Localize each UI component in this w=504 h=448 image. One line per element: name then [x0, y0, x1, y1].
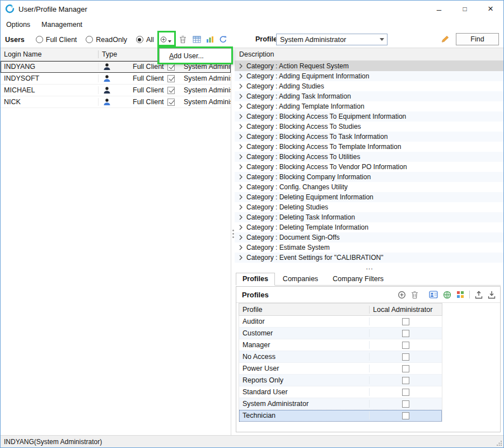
- web-globe-button[interactable]: [443, 291, 451, 299]
- description-item[interactable]: Category : Blocking Access To Task Infor…: [235, 132, 504, 142]
- description-item[interactable]: Category : Blocking Access To Vendor PO …: [235, 162, 504, 172]
- apps-grid-button[interactable]: [456, 291, 464, 298]
- description-item[interactable]: Category : Event Settings for "CALIBRATI…: [235, 253, 504, 263]
- description-item[interactable]: Category : Blocking Access To Template I…: [235, 142, 504, 152]
- local-admin-checkbox[interactable]: [402, 318, 409, 325]
- chevron-right-icon: [239, 204, 243, 210]
- add-user-button[interactable]: [160, 34, 171, 45]
- user-enabled-checkbox[interactable]: [167, 99, 175, 106]
- description-item[interactable]: Category : Adding Equipment Information: [235, 71, 504, 81]
- profile-row[interactable]: System Administrator: [239, 398, 442, 410]
- profile-dropdown-arrow[interactable]: [377, 34, 387, 45]
- chevron-right-icon: [239, 114, 243, 119]
- profile-row[interactable]: Standard User: [239, 386, 442, 398]
- table-grid-button[interactable]: [193, 34, 204, 45]
- chart-button[interactable]: [206, 34, 217, 45]
- local-admin-checkbox[interactable]: [402, 412, 409, 419]
- local-admin-checkbox[interactable]: [402, 365, 409, 372]
- column-header-login[interactable]: Login Name: [1, 50, 99, 58]
- description-item[interactable]: Category : Adding Template Information: [235, 101, 504, 111]
- resize-grip-icon[interactable]: [496, 440, 502, 446]
- tab[interactable]: Company Filters: [326, 273, 390, 286]
- tab[interactable]: Companies: [276, 273, 325, 286]
- description-item[interactable]: Category : Deleting Task Information: [235, 212, 504, 222]
- tab[interactable]: Profiles: [236, 273, 275, 286]
- description-item[interactable]: Category : Deleting Studies: [235, 202, 504, 212]
- user-login: INDYANG: [1, 63, 99, 71]
- minimize-button[interactable]: –: [426, 1, 452, 17]
- description-item[interactable]: Category : Deleting Template Information: [235, 222, 504, 232]
- chevron-right-icon: [239, 73, 243, 79]
- local-admin-checkbox[interactable]: [402, 389, 409, 396]
- user-row[interactable]: INDYSOFT Full Client System Administrato…: [1, 73, 231, 85]
- toolbar: Users Full Client ReadOnly All: [1, 31, 503, 48]
- maximize-button[interactable]: □: [452, 1, 478, 17]
- column-header-profile[interactable]: Profile: [239, 306, 370, 314]
- profile-row[interactable]: Power User: [239, 363, 442, 375]
- chevron-right-icon: [239, 144, 243, 150]
- user-enabled-checkbox[interactable]: [167, 63, 175, 71]
- chevron-right-icon: [239, 124, 243, 129]
- refresh-button[interactable]: [219, 34, 230, 45]
- chevron-right-icon: [239, 174, 243, 180]
- description-item[interactable]: Category : Document Sign-Offs: [235, 232, 504, 242]
- profile-row[interactable]: Technician: [239, 410, 442, 422]
- user-enabled-checkbox[interactable]: [167, 87, 175, 94]
- menu-item[interactable]: Management: [40, 20, 83, 30]
- profile-row[interactable]: No Access: [239, 351, 442, 363]
- edit-note-button[interactable]: [441, 35, 450, 43]
- description-item-label: Category : Adding Task Information: [246, 92, 351, 100]
- local-admin-checkbox[interactable]: [402, 330, 409, 337]
- description-item-label: Category : Blocking Access To Equipment …: [246, 113, 406, 120]
- add-user-menu-item[interactable]: Add User...: [160, 52, 204, 60]
- description-item[interactable]: Category : Estimate System: [235, 242, 504, 253]
- description-item[interactable]: Category : Action Request System: [235, 61, 504, 71]
- profile-row[interactable]: Reports Only: [239, 375, 442, 386]
- description-item[interactable]: Category : Blocking Access To Utilities: [235, 152, 504, 162]
- find-button[interactable]: Find: [456, 33, 499, 45]
- user-row[interactable]: NICK Full Client System Administrator: [1, 96, 231, 108]
- local-admin-checkbox[interactable]: [402, 342, 409, 349]
- person-icon: [103, 86, 111, 94]
- column-header-type[interactable]: Type: [99, 50, 117, 58]
- users-label: Users: [5, 36, 25, 44]
- local-admin-checkbox[interactable]: [402, 400, 409, 408]
- description-item[interactable]: Category : Adding Task Information: [235, 91, 504, 101]
- add-user-icon: [160, 35, 167, 44]
- menu-item[interactable]: Options: [5, 20, 31, 30]
- profile-row[interactable]: Manager: [239, 339, 442, 351]
- filter-radio[interactable]: All: [136, 36, 154, 44]
- delete-user-button[interactable]: [179, 34, 190, 45]
- description-item[interactable]: Category : Blocking Company Information: [235, 172, 504, 182]
- profile-card-button[interactable]: [429, 291, 438, 298]
- filter-radio[interactable]: Full Client: [36, 36, 77, 44]
- description-item[interactable]: Category : Deleting Equipment Informatio…: [235, 192, 504, 202]
- user-enabled-checkbox[interactable]: [167, 75, 175, 82]
- radio-label: All: [146, 36, 154, 44]
- app-logo-icon: [5, 4, 15, 14]
- profile-dropdown[interactable]: System Administrator: [276, 34, 388, 45]
- person-icon: [103, 98, 111, 106]
- close-button[interactable]: ×: [478, 1, 503, 17]
- export-profiles-button[interactable]: [475, 291, 483, 299]
- description-item[interactable]: Category : Blocking Access To Studies: [235, 122, 504, 132]
- filter-radio[interactable]: ReadOnly: [86, 36, 127, 44]
- user-row[interactable]: MICHAEL Full Client System Administrator: [1, 85, 231, 96]
- description-item[interactable]: Category : Adding Studies: [235, 81, 504, 91]
- panel-splitter[interactable]: [231, 48, 235, 436]
- column-header-local-admin[interactable]: Local Administrator: [370, 306, 442, 314]
- profile-row[interactable]: Customer: [239, 328, 442, 339]
- menu-item-text: dd User...: [174, 52, 204, 60]
- local-admin-checkbox[interactable]: [402, 353, 409, 361]
- splitter-grip-icon: [232, 230, 234, 231]
- description-item[interactable]: Category : Config. Changes Utility: [235, 182, 504, 192]
- add-profile-button[interactable]: [398, 291, 406, 299]
- local-admin-checkbox[interactable]: [402, 377, 409, 384]
- delete-profile-button[interactable]: [411, 291, 418, 299]
- profiles-toolbar: [398, 291, 496, 299]
- user-profile: System Administrator: [184, 98, 231, 106]
- window-controls: – □ ×: [426, 1, 503, 17]
- description-item[interactable]: Category : Blocking Access To Equipment …: [235, 111, 504, 122]
- profile-row[interactable]: Auditor: [239, 316, 442, 328]
- import-profiles-button[interactable]: [488, 291, 496, 299]
